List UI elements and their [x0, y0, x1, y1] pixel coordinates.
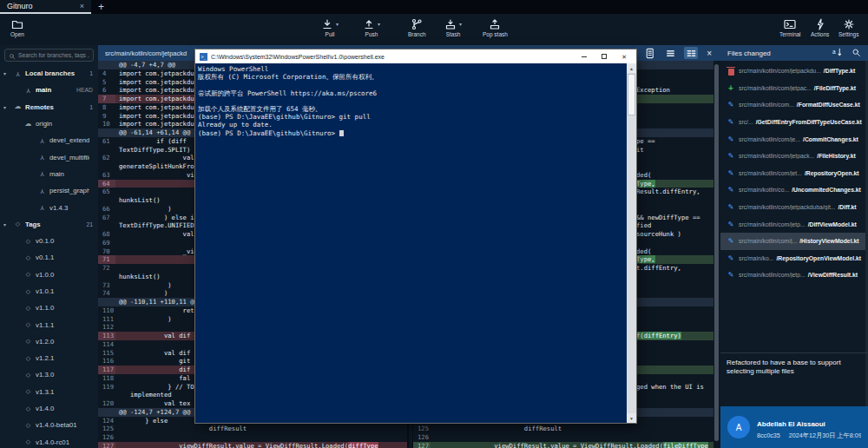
row-label: v1.4.0-beta01 [36, 421, 89, 429]
file-name: /GetDiffEntryFromDiffTypeUseCase.kt [756, 119, 862, 125]
line-number [98, 146, 115, 155]
changed-file-row[interactable]: src/main/kotlin/com/jetpackdu... /DiffTy… [720, 63, 865, 80]
sidebar-row[interactable]: ▾ Remotes 1 [0, 99, 98, 115]
sidebar-row[interactable]: main HEAD [0, 82, 98, 98]
row-type-icon [24, 372, 32, 379]
sidebar-row[interactable]: v1.4.0-beta01 [0, 417, 98, 433]
sidebar-row[interactable]: v1.2.1 [0, 350, 98, 366]
stash-button[interactable]: ▾ Stash [444, 17, 462, 37]
powershell-window[interactable]: >_ C:\Windows\System32\WindowsPowerShell… [195, 49, 636, 423]
line-number: 73 [98, 281, 115, 290]
branch-button[interactable]: Branch [408, 17, 426, 37]
pull-button[interactable]: ▾ Pull [321, 17, 339, 37]
changed-file-row[interactable]: src/main/kotlin/com/jetp... /DiffViewMod… [720, 215, 865, 233]
changed-file-row[interactable]: src/main/kotlin/com/jetpackduba/git... /… [720, 199, 865, 216]
changed-file-row[interactable]: src/main/kotlin/com/jet... /RepositoryOp… [720, 165, 865, 182]
chevron-down-icon[interactable]: ▾ [378, 22, 380, 27]
branch-search-box[interactable] [4, 49, 94, 62]
sidebar-row[interactable]: main [0, 166, 98, 182]
changed-file-row[interactable]: src/main/kotlin/co... /UncommitedChanges… [720, 181, 865, 199]
sidebar-row[interactable]: v1.3.0 [0, 366, 98, 383]
scroll-up-icon[interactable]: ▲ [627, 63, 636, 73]
line-number: 70 [98, 247, 115, 256]
line-number: 118 [98, 374, 115, 383]
close-tab-icon[interactable]: × [80, 2, 84, 10]
pop-stash-button[interactable]: Pop stash [483, 17, 508, 37]
line-number: 111 [98, 315, 115, 324]
sidebar-row[interactable]: v1.2.0 [0, 333, 98, 350]
chevron-down-icon[interactable]: ▾ [3, 221, 10, 227]
close-icon[interactable]: ✕ [621, 54, 627, 60]
sidebar-row[interactable]: devel_multifile_select [0, 148, 98, 165]
sidebar-row[interactable]: persist_graph_paddin [0, 182, 98, 199]
commit-author-bar[interactable]: A Abdellah El Aissaoui 8cc0c35 2024年12月3… [720, 406, 868, 448]
changed-file-row[interactable]: src/main/kotlin/com/jetpac... /FileDiffT… [720, 80, 865, 97]
repository-tab[interactable]: Gitnuro × [0, 0, 91, 14]
row-label: v1.2.0 [36, 338, 89, 346]
changed-file-row[interactable]: src/main/kotlin/com... /FormatDiffUseCas… [720, 96, 865, 114]
sidebar-row[interactable]: ▾ Tags 21 [0, 216, 98, 233]
search-input[interactable] [18, 52, 89, 58]
sidebar-row[interactable]: v1.1.1 [0, 316, 98, 333]
sidebar-row[interactable]: v1.0.1 [0, 283, 98, 300]
line-number: 61 [98, 137, 115, 146]
sidebar-row[interactable]: v1.1.0 [0, 300, 98, 316]
scroll-down-icon[interactable]: ▼ [627, 413, 636, 423]
sidebar-row[interactable]: v0.1.0 [0, 233, 98, 249]
row-type-icon [38, 154, 46, 161]
powershell-terminal[interactable]: Windows PowerShell 版权所有 (C) Microsoft Co… [195, 63, 636, 423]
sidebar-row[interactable]: ▾ Local branches 1 [0, 65, 98, 82]
chevron-down-icon[interactable]: ▾ [459, 22, 462, 27]
push-button[interactable]: ▾ Push [363, 17, 380, 37]
search-files-icon[interactable] [852, 45, 861, 61]
changed-file-row[interactable]: src/main/kotlin/com/je... /CommitChanges… [720, 130, 865, 148]
powershell-title-bar[interactable]: >_ C:\Windows\System32\WindowsPowerShell… [195, 49, 636, 63]
settings-button[interactable]: Settings [838, 17, 859, 37]
file-status-icon [726, 100, 736, 110]
actions-button[interactable]: Actions [811, 17, 829, 37]
terminal-prompt[interactable]: (base) PS D:\JavaEE\github\Gitnuro> [198, 129, 624, 137]
file-path: src/main/kotlin/com/jetpac... [739, 85, 812, 91]
minimize-icon[interactable] [582, 56, 587, 57]
sidebar-row[interactable]: v0.1.1 [0, 249, 98, 266]
diff-scrollbar[interactable] [714, 64, 719, 441]
scrollbar-thumb[interactable] [628, 74, 635, 115]
sidebar-row[interactable]: devel_extend_termina [0, 132, 98, 148]
changed-file-row[interactable]: src/main/kotlin/com/j... /HistoryViewMod… [720, 233, 865, 250]
chevron-down-icon[interactable]: ▾ [336, 22, 339, 27]
powershell-scrollbar[interactable]: ▲ ▼ [627, 63, 636, 423]
file-status-icon [726, 117, 736, 128]
maximize-icon[interactable] [602, 54, 607, 59]
new-tab-button[interactable]: + [91, 0, 111, 14]
chevron-down-icon[interactable]: ▾ [3, 104, 10, 110]
sidebar-row[interactable]: v1.0.0 [0, 267, 98, 283]
open-repository-button[interactable]: Open [10, 17, 24, 37]
sidebar-row[interactable]: v1.4.0-rc01 [0, 434, 98, 448]
unified-view-icon[interactable] [663, 47, 677, 59]
changed-file-row[interactable]: src/main/kotlin/com/jetpack... /FileHist… [720, 148, 865, 165]
terminal-line: Already up to date. [198, 121, 624, 128]
close-diff-icon[interactable]: × [705, 49, 713, 58]
sidebar-row[interactable]: v1.3.1 [0, 384, 98, 400]
file-status-icon [726, 66, 736, 76]
pull-arrow-icon [321, 18, 333, 30]
line-number: 72 [98, 264, 115, 273]
sidebar-row[interactable]: v1.4.3 [0, 199, 98, 215]
file-path: src/... [739, 119, 753, 125]
avatar: A [727, 416, 750, 438]
terminal-button[interactable]: Terminal [779, 17, 801, 37]
changed-file-row[interactable]: src/main/kotlin/com/jetp... /ViewDiffRes… [720, 267, 865, 284]
file-document-icon[interactable] [642, 47, 656, 59]
terminal-line: Windows PowerShell [198, 65, 624, 73]
line-number: 8 [98, 103, 115, 112]
sidebar-row[interactable]: origin [0, 115, 98, 132]
split-view-icon[interactable] [684, 47, 698, 59]
changed-file-row[interactable]: src/... /GetDiffEntryFromDiffTypeUseCase… [720, 114, 865, 131]
line-number: 4 [98, 69, 115, 78]
changed-file-row[interactable]: src/main/ko... /RepositoryOpenViewModel.… [720, 250, 865, 267]
sidebar-row[interactable]: v1.4.0 [0, 400, 98, 417]
chevron-down-icon[interactable]: ▾ [3, 70, 10, 76]
sort-files-icon[interactable]: a [832, 45, 843, 61]
line-code: viewDiffResult.value = ViewDiffResult.Lo… [431, 442, 713, 448]
row-type-icon [24, 321, 32, 328]
